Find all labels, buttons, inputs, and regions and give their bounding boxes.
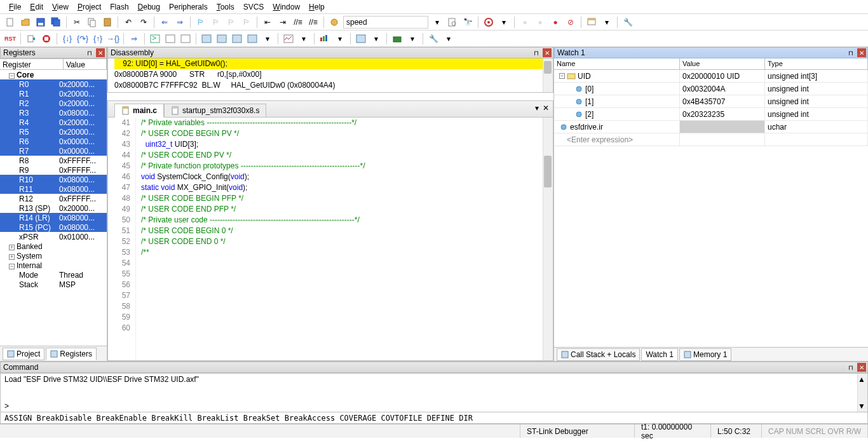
registers-window-icon[interactable] xyxy=(200,32,213,45)
register-row[interactable]: xPSR0x01000... xyxy=(0,232,107,241)
register-row[interactable]: R40x20000... xyxy=(0,118,107,127)
register-row[interactable]: R14 (LR)0x08000... xyxy=(0,213,107,222)
debug-dropdown-icon[interactable]: ▾ xyxy=(498,16,510,29)
menu-peripherals[interactable]: Peripherals xyxy=(169,3,208,11)
tab-list-dropdown-icon[interactable]: ▾ xyxy=(535,104,539,112)
macro-icon[interactable] xyxy=(328,16,341,29)
disassembly-view[interactable]: 92: UID[0] = HAL_GetUIDw0(); 0x08000B7A … xyxy=(107,58,553,93)
open-icon[interactable] xyxy=(19,16,32,29)
find-dropdown-icon[interactable]: ▾ xyxy=(431,16,444,29)
close-icon[interactable]: ✕ xyxy=(857,363,866,372)
breakpoint-disable-icon[interactable]: ● xyxy=(549,16,562,29)
bookmark-prev-icon[interactable]: 🏳 xyxy=(210,16,222,29)
configure-icon[interactable]: 🔧 xyxy=(621,16,634,29)
banked-group[interactable]: +Banked xyxy=(0,241,107,251)
bookmark-clear-icon[interactable]: 🏳 xyxy=(240,16,253,29)
breakpoint-insert-icon[interactable]: ● xyxy=(519,16,531,29)
bookmark-icon[interactable]: 🏳 xyxy=(194,16,207,29)
tab-watch1[interactable]: Watch 1 xyxy=(641,348,678,361)
run-to-cursor-icon[interactable]: →{} xyxy=(107,32,119,45)
menu-help[interactable]: Help xyxy=(309,3,325,11)
command-prompt[interactable]: > xyxy=(4,402,9,410)
code-area[interactable]: 4142434445464748495051525354555657585960… xyxy=(108,118,553,360)
tab-registers[interactable]: Registers xyxy=(46,348,97,360)
internal-group[interactable]: −Internal xyxy=(0,261,107,270)
breakpoint-kill-icon[interactable]: ⊘ xyxy=(564,16,577,29)
code-line[interactable]: /* Private variables -------------------… xyxy=(141,118,553,128)
disassembly-window-icon[interactable] xyxy=(164,32,177,45)
file-tab[interactable]: startup_stm32f030x8.s xyxy=(164,104,266,117)
registers-list[interactable]: −Core R00x20000...R10x20000...R20x20000.… xyxy=(0,70,107,346)
comment-icon[interactable]: //≡ xyxy=(292,16,304,29)
menu-project[interactable]: Project xyxy=(78,3,101,11)
watch-row[interactable]: [1]0x4B435707unsigned int xyxy=(554,95,868,108)
close-icon[interactable]: ✕ xyxy=(857,48,866,57)
menu-file[interactable]: File xyxy=(9,3,21,11)
register-row[interactable]: R70x00000... xyxy=(0,146,107,156)
close-icon[interactable]: ✕ xyxy=(543,48,552,57)
pin-icon[interactable]: ⊓ xyxy=(532,48,541,57)
debug-settings-icon[interactable]: 🔧 xyxy=(427,32,440,45)
pin-icon[interactable]: ⊓ xyxy=(846,48,855,57)
incremental-find-icon[interactable]: 🔭 xyxy=(461,16,474,29)
system-dropdown-icon[interactable]: ▾ xyxy=(370,32,383,45)
menu-edit[interactable]: Edit xyxy=(30,3,43,11)
new-icon[interactable] xyxy=(4,16,17,29)
window-layout-icon[interactable] xyxy=(585,16,598,29)
close-icon[interactable]: ✕ xyxy=(96,48,105,57)
code-line[interactable]: /* USER CODE END PFP */ xyxy=(141,204,553,215)
symbols-window-icon[interactable] xyxy=(179,32,192,45)
register-row[interactable]: R50x20000... xyxy=(0,127,107,137)
nav-fwd-icon[interactable]: ⇒ xyxy=(173,16,186,29)
run-icon[interactable] xyxy=(25,32,37,45)
toolbox-icon[interactable] xyxy=(391,32,403,45)
menu-flash[interactable]: Flash xyxy=(110,3,128,11)
register-row[interactable]: R10x20000... xyxy=(0,89,107,98)
watch-enter-expression[interactable]: <Enter expression> xyxy=(554,133,868,146)
callstack-window-icon[interactable] xyxy=(215,32,228,45)
memory-window-icon[interactable] xyxy=(246,32,259,45)
save-icon[interactable] xyxy=(34,16,47,29)
scrollbar[interactable] xyxy=(543,118,553,360)
command-output[interactable]: Load "ESF Drive STM32 UID\\ESF Drive STM… xyxy=(0,373,868,412)
code-line[interactable]: /* USER CODE BEGIN PV */ xyxy=(141,128,553,139)
step-out-icon[interactable]: {↑} xyxy=(92,32,104,45)
file-tab[interactable]: main.c xyxy=(114,104,164,118)
watch-list[interactable]: −UID0x20000010 UIDunsigned int[3][0]0x00… xyxy=(554,70,868,347)
save-all-icon[interactable] xyxy=(50,16,62,29)
code-line[interactable]: void SystemClock_Config(void); xyxy=(141,172,553,182)
register-row[interactable]: R13 (SP)0x20000... xyxy=(0,203,107,213)
register-row[interactable]: R110x08000... xyxy=(0,184,107,194)
tab-callstack[interactable]: Call Stack + Locals xyxy=(557,348,640,361)
find-input[interactable] xyxy=(343,16,428,29)
menu-svcs[interactable]: SVCS xyxy=(243,3,264,11)
register-row[interactable]: R100x08000... xyxy=(0,175,107,184)
cut-icon[interactable]: ✂ xyxy=(71,16,83,29)
register-row[interactable]: R30x08000... xyxy=(0,108,107,118)
undo-icon[interactable]: ↶ xyxy=(122,16,135,29)
step-into-icon[interactable]: {↓} xyxy=(61,32,74,45)
nav-back-icon[interactable]: ⇐ xyxy=(158,16,171,29)
register-row[interactable]: R00x20000... xyxy=(0,79,107,89)
bookmark-next-icon[interactable]: 🏳 xyxy=(225,16,238,29)
trace-window-icon[interactable] xyxy=(318,32,331,45)
show-next-statement-icon[interactable]: ⇒ xyxy=(128,32,140,45)
watch-window-icon[interactable] xyxy=(231,32,243,45)
core-group[interactable]: −Core xyxy=(0,70,107,79)
code-line[interactable]: /** xyxy=(141,247,553,258)
trace-dropdown-icon[interactable]: ▾ xyxy=(334,32,346,45)
step-over-icon[interactable]: {↷} xyxy=(76,32,89,45)
code-line[interactable]: /* USER CODE BEGIN PFP */ xyxy=(141,193,553,204)
toolbox-dropdown-icon[interactable]: ▾ xyxy=(406,32,419,45)
reset-icon[interactable]: RST xyxy=(4,32,17,45)
system-group[interactable]: +System xyxy=(0,251,107,261)
system-viewer-icon[interactable] xyxy=(355,32,367,45)
register-row[interactable]: R80xFFFFF... xyxy=(0,156,107,165)
redo-icon[interactable]: ↷ xyxy=(137,16,150,29)
code-line[interactable]: /* USER CODE BEGIN 0 */ xyxy=(141,226,553,236)
code-line[interactable]: /* Private function prototypes ---------… xyxy=(141,161,553,172)
pin-icon[interactable]: ⊓ xyxy=(846,363,855,372)
menu-window[interactable]: Window xyxy=(273,3,300,11)
menu-debug[interactable]: Debug xyxy=(138,3,160,11)
debug-start-icon[interactable] xyxy=(482,16,495,29)
